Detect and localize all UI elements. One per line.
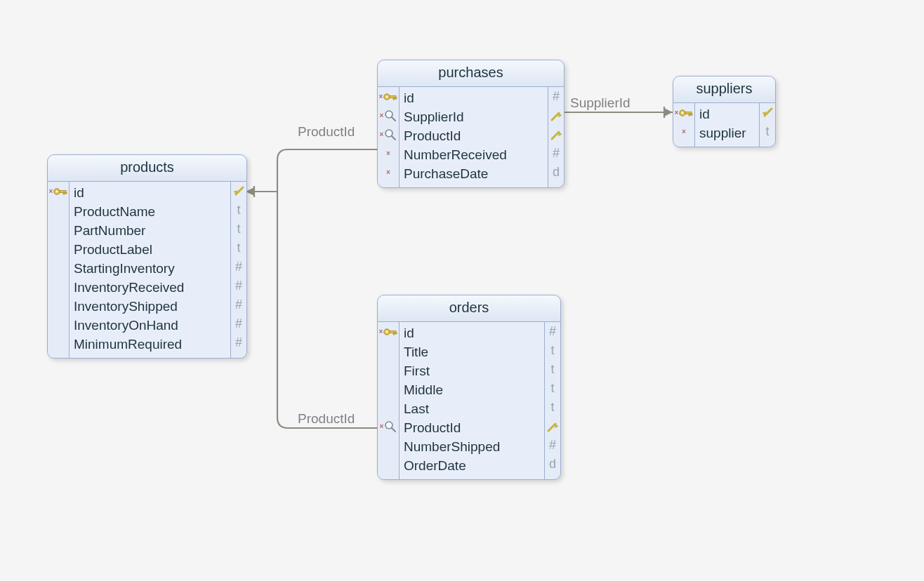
type-column: ttt##### [230,182,246,358]
field-orderdate[interactable]: OrderDate [404,458,466,474]
relationship-label-supplierid: SupplierId [570,95,631,111]
field-id[interactable]: id [699,107,710,122]
type-annotation: # [545,436,560,455]
field-last[interactable]: Last [404,401,429,417]
type-annotation: t [545,379,560,398]
svg-line-25 [392,428,395,432]
foreign-key-icon: × [378,417,399,436]
field-title[interactable]: Title [404,345,428,360]
entity-orders[interactable]: orders ×× idTitleFirstMiddleLastProductI… [377,295,561,480]
field-first[interactable]: First [404,363,430,379]
field-partnumber[interactable]: PartNumber [74,223,145,239]
blank-icon [48,220,69,239]
type-annotation: # [548,87,564,106]
er-diagram-canvas[interactable]: ProductId ProductId SupplierId products … [0,0,924,581]
svg-rect-12 [395,98,397,99]
foreign-key-icon: × [378,106,399,125]
icon-column: × [48,182,70,358]
not-null-icon: × [378,144,399,163]
icon-column: ×× [673,103,695,147]
entity-purchases[interactable]: purchases ××××× idSupplierIdProductIdNum… [377,60,565,188]
icon-column: ×× [378,322,400,479]
field-inventoryshipped[interactable]: InventoryShipped [74,299,178,314]
fk-out-icon [548,125,564,144]
field-minimumrequired[interactable]: MinimumRequired [74,337,182,352]
field-productlabel[interactable]: ProductLabel [74,242,152,258]
type-annotation: # [545,322,560,341]
field-id[interactable]: id [74,185,84,201]
blank-icon [378,436,399,455]
svg-rect-30 [689,114,690,116]
primary-key-icon: × [378,87,399,106]
field-supplier[interactable]: supplier [699,126,746,141]
foreign-key-icon: × [378,125,399,144]
field-supplierid[interactable]: SupplierId [404,109,464,125]
field-middle[interactable]: Middle [404,382,443,398]
blank-icon [48,295,69,314]
svg-line-16 [392,136,395,140]
blank-icon [48,201,69,220]
type-annotation: # [231,295,246,314]
type-annotation: # [548,144,564,163]
field-purchasedate[interactable]: PurchaseDate [404,166,488,182]
svg-point-20 [386,330,388,333]
field-numberreceived[interactable]: NumberReceived [404,147,507,163]
blank-icon [48,239,69,258]
entity-suppliers[interactable]: suppliers ×× idsupplier t [673,76,776,147]
svg-rect-11 [393,98,395,100]
blank-icon [48,314,69,333]
not-null-icon: × [378,163,399,182]
type-annotation: # [231,314,246,333]
field-id[interactable]: id [404,91,414,106]
type-annotation: # [231,258,246,276]
primary-key-icon: × [673,103,694,122]
svg-rect-6 [65,192,67,194]
icon-column: ××××× [378,87,400,187]
blank-icon [378,455,399,474]
entity-title-suppliers: suppliers [673,76,775,103]
type-column: t [759,103,775,147]
svg-line-17 [552,113,559,120]
blank-icon [378,379,399,398]
entity-products[interactable]: products × idProductNamePartNumberProduc… [47,154,247,359]
relationship-label-purchases-productid: ProductId [298,124,355,140]
svg-line-26 [548,424,555,431]
blank-icon [378,398,399,417]
field-productid[interactable]: ProductId [404,420,461,436]
field-id[interactable]: id [404,326,414,341]
fk-in-icon [760,103,775,122]
relationship-label-orders-productid: ProductId [298,411,355,427]
field-productid[interactable]: ProductId [404,128,461,144]
fields-column: idTitleFirstMiddleLastProductIdNumberShi… [400,322,544,479]
blank-icon [378,360,399,379]
type-annotation: # [231,276,246,295]
fields-column: idsupplier [695,103,759,147]
fields-column: idProductNamePartNumberProductLabelStart… [70,182,230,358]
svg-point-3 [56,190,58,192]
blank-icon [48,258,69,276]
primary-key-icon: × [48,182,69,201]
type-annotation: t [760,122,775,141]
field-startinginventory[interactable]: StartingInventory [74,261,175,276]
svg-rect-23 [395,333,397,334]
fields-column: idSupplierIdProductIdNumberReceivedPurch… [400,87,548,187]
primary-key-icon: × [378,322,399,341]
blank-icon [48,276,69,295]
type-annotation: t [231,239,246,258]
svg-rect-31 [691,114,692,115]
entity-title-purchases: purchases [378,60,564,87]
not-null-icon: × [673,122,694,141]
field-numbershipped[interactable]: NumberShipped [404,439,500,455]
type-annotation: d [548,163,564,182]
field-productname[interactable]: ProductName [74,204,155,220]
type-annotation: t [545,341,560,360]
field-inventoryonhand[interactable]: InventoryOnHand [74,318,178,333]
field-inventoryreceived[interactable]: InventoryReceived [74,280,184,295]
fk-out-icon [548,106,564,125]
blank-icon [378,341,399,360]
svg-line-18 [552,132,559,139]
type-column: ##d [548,87,564,187]
svg-rect-22 [393,333,395,335]
type-annotation: t [545,398,560,417]
svg-rect-5 [63,192,65,194]
